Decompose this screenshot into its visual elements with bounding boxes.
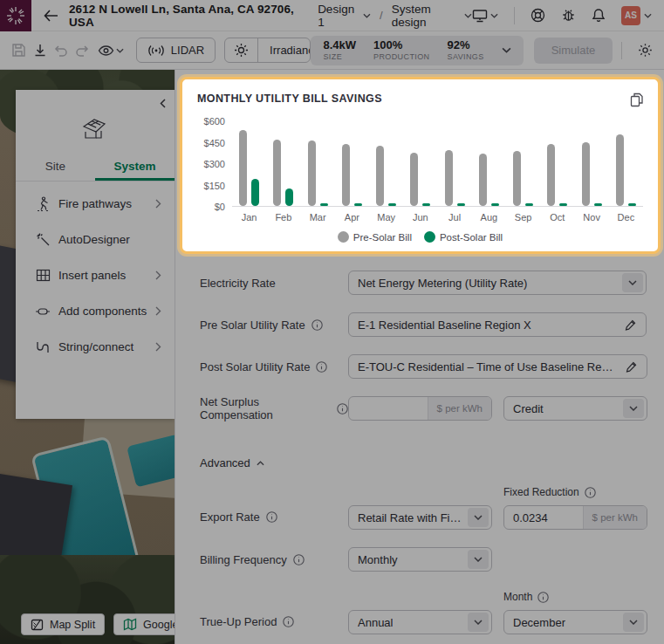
bug-report-button[interactable] [561,8,576,23]
design-menu[interactable]: Design 1 [318,3,371,29]
info-icon[interactable] [283,616,294,627]
visibility-menu[interactable] [98,45,124,57]
sun-icon-segment[interactable] [225,38,257,62]
info-icon[interactable] [337,403,348,414]
info-icon[interactable] [585,487,596,498]
lidar-button[interactable]: LIDAR [136,38,216,63]
y-tick-label: $600 [204,116,225,127]
help-button[interactable] [531,8,545,23]
bar [616,134,624,206]
chevron-down-icon [116,48,124,53]
chart-month-col [335,121,369,206]
info-icon[interactable] [293,554,305,565]
info-icon[interactable] [311,319,323,331]
chart-month-labels: JanFebMarAprMayJunJulAugSepOctNovDec [232,207,643,223]
bar [513,151,521,206]
chart-month-col [232,121,266,206]
sidebar-item-fire-pathways[interactable]: Fire pathways [16,186,175,222]
sidebar-item-autodesigner[interactable]: AutoDesigner [16,222,175,257]
sidebar-item-string-connect[interactable]: String/connect [16,329,175,365]
project-address: 2612 N Lowell Ln, Santa Ana, CA 92706, U… [69,3,295,29]
chevron-down-icon [468,508,489,527]
x-tick-label: Aug [472,207,506,223]
bar [594,203,602,207]
x-tick-label: May [369,207,403,223]
fixed-reduction-label: Fixed Reduction [503,486,647,498]
tab-system[interactable]: System [95,153,175,181]
sidebar-item-add-components[interactable]: Add components [16,293,175,329]
net-surplus-mode-select[interactable]: Credit [503,396,647,421]
account-menu[interactable]: AS [621,6,652,25]
app-logo[interactable] [0,0,31,31]
net-surplus-input[interactable] [349,397,428,420]
pre-solar-rate-field[interactable]: E-1 Residential Baseline Region X [348,312,647,337]
collapse-panel-button[interactable] [160,99,166,108]
download-button[interactable] [30,38,51,64]
bar [525,203,533,207]
divider [621,42,622,59]
chart-month-col [438,121,472,206]
copy-chart-button[interactable] [630,92,643,107]
chevron-down-icon [622,273,643,292]
notifications-button[interactable] [592,8,606,23]
true-up-period-select[interactable]: Annual [348,610,492,634]
stat-savings: 92% SAVINGS [448,39,484,61]
billing-frequency-select[interactable]: Monthly [348,547,492,572]
field-label: True-Up Period [200,615,348,634]
magic-wand-icon [34,232,51,247]
irradiance-button[interactable]: Irradiance [224,38,311,63]
x-tick-label: Jul [438,207,472,223]
electricity-rate-select[interactable]: Net Energy Metering (Utility Rate) [348,271,647,295]
back-button[interactable] [44,10,58,22]
x-tick-label: Jan [232,207,266,223]
walking-person-icon [34,196,51,212]
map-split-button[interactable]: Map Split [21,613,105,635]
avatar: AS [621,6,640,25]
component-icon [34,306,51,317]
post-solar-rate-field[interactable]: E-TOU-C Residential – Time of Use Baseli… [348,354,647,379]
save-button[interactable] [9,38,30,64]
sun-icon [234,43,249,58]
export-rate-select[interactable]: Retail Rate with Fixed Re… [348,505,492,530]
bar [251,179,259,206]
undo-button[interactable] [51,38,72,64]
bar [582,142,590,206]
string-icon [34,341,51,353]
info-icon[interactable] [537,592,549,603]
info-icon[interactable] [316,361,327,373]
redo-button[interactable] [72,38,92,64]
advanced-toggle[interactable]: Advanced [200,456,264,469]
field-label: Net Surplus Compensation [200,395,348,421]
present-mode-button[interactable] [472,9,498,23]
bar [410,153,418,206]
chevron-down-icon [464,13,472,18]
true-up-month-select[interactable]: December [503,610,647,634]
pencil-icon[interactable] [626,360,638,373]
info-icon[interactable] [266,511,277,523]
settings-button[interactable] [634,38,655,64]
bar [354,203,362,207]
x-tick-label: Jun [403,207,437,223]
gear-icon [638,43,653,58]
utility-bill-form: Electricity Rate Net Energy Metering (Ut… [175,271,664,634]
back-arrow-icon [44,10,58,22]
mode-menu[interactable]: System design [392,3,472,29]
bar [308,140,316,206]
legend-item: Pre-Solar Bill [338,231,412,243]
chevron-down-icon [363,13,371,18]
bar [559,203,567,207]
tools-panel: Site System Fire pathways [16,90,175,419]
fixed-reduction-input[interactable] [504,506,583,529]
chart-month-col [301,121,335,206]
net-surplus-input-group: $ per kWh [348,396,492,421]
pencil-icon[interactable] [625,319,637,331]
sidebar-item-insert-panels[interactable]: Insert panels [16,257,175,293]
legend-label: Pre-Solar Bill [353,232,412,243]
stats-expand-button[interactable] [502,47,511,53]
simulate-button[interactable]: Simulate [534,38,613,64]
tab-site[interactable]: Site [16,153,95,181]
bar [285,188,293,206]
chevron-down-icon [468,613,489,632]
chevron-down-icon [623,399,644,418]
topbar-actions: AS [472,6,664,25]
